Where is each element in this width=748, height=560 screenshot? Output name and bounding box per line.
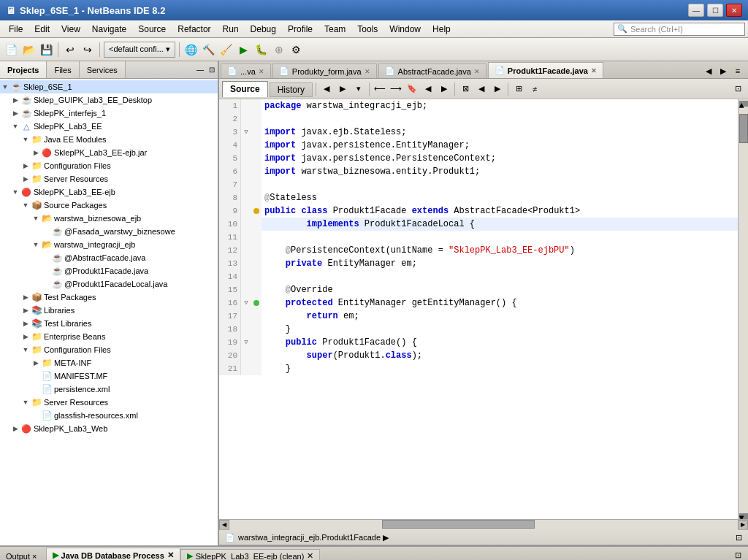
tree-item-glassfish[interactable]: 📄 glassfish-resources.xml (0, 409, 218, 422)
toggle-bookmarks-button[interactable]: 🔖 (405, 82, 419, 96)
line-code-17[interactable]: return em; (262, 310, 359, 323)
tab-services[interactable]: Services (80, 61, 126, 78)
tree-item-libraries[interactable]: ▶ 📚 Libraries (0, 304, 218, 317)
copy-button[interactable]: ⊞ (511, 82, 526, 96)
panel-minimize-button[interactable]: — (194, 64, 206, 76)
tree-toggle-warstwa_biz[interactable]: ▼ (31, 213, 41, 223)
line-code-6[interactable]: import warstwa_biznesowa.entity.Produkt1… (262, 165, 480, 178)
tree-item-warstwa_int[interactable]: ▼ 📂 warstwa_integracji_ejb (0, 238, 218, 251)
tree-toggle-ejbjar[interactable]: ▶ (31, 147, 41, 158)
toggle-breakpoints-button[interactable]: ⊠ (458, 82, 473, 96)
h-scroll-track[interactable] (229, 520, 738, 530)
line-code-5[interactable]: import javax.persistence.PersistenceCont… (262, 152, 496, 165)
tree-item-guipk[interactable]: ▶ ☕ Sklep_GUIPK_lab3_EE_Desktop (0, 93, 218, 107)
tab-projects[interactable]: Projects (0, 61, 47, 78)
tab-close[interactable]: ✕ (167, 551, 174, 560)
menu-edit[interactable]: Edit (28, 21, 56, 37)
tree-toggle-testpkg[interactable]: ▶ (20, 292, 31, 302)
tree-item-ejbjar[interactable]: ▶ 🔴 SklepPK_Lab3_EE-ejb.jar (0, 146, 218, 159)
line-code-3[interactable]: import javax.ejb.Stateless; (262, 126, 406, 139)
tree-toggle-sourcepkg[interactable]: ▼ (20, 200, 31, 210)
menu-navigate[interactable]: Navigate (86, 21, 132, 37)
tree-item-sklepk[interactable]: ▶ ☕ SklepPK_interfejs_1 (0, 107, 218, 120)
output-tab-ejb[interactable]: ▶ SklepPK_Lab3_EE-ejb (clean) ✕ (180, 549, 321, 560)
tree-item-serverres1[interactable]: ▶ 📁 Server Resources (0, 172, 218, 185)
run-project-button[interactable]: ▶ (236, 42, 252, 58)
tab-close-va[interactable]: ✕ (259, 68, 264, 75)
diff-button[interactable]: ≠ (527, 82, 542, 96)
tree-item-entbeans[interactable]: ▶ 📁 Enterprise Beans (0, 330, 218, 343)
menu-refactor[interactable]: Refactor (172, 21, 216, 37)
tree-item-testpkg[interactable]: ▶ 📦 Test Packages (0, 291, 218, 304)
tree-toggle-sklepweb[interactable]: ▶ (10, 423, 20, 434)
clean-build-button[interactable]: 🧹 (218, 42, 234, 58)
profile-project-button[interactable]: ⊕ (271, 42, 287, 58)
tab-left-scroll[interactable]: ◀ (701, 64, 716, 78)
project-tree[interactable]: ▼ ☕ Sklep_6SE_1 ▶ ☕ Sklep_GUIPK_lab3_EE_… (0, 79, 218, 545)
tree-item-persistence[interactable]: 📄 persistence.xml (0, 383, 218, 396)
tree-toggle-configfiles2[interactable]: ▼ (20, 345, 31, 355)
prev-bookmark-button[interactable]: ◀ (421, 82, 435, 96)
tab-close-produkt1[interactable]: ✕ (591, 67, 597, 74)
tree-toggle-warstwa_int[interactable]: ▼ (31, 239, 41, 250)
scroll-down-button[interactable]: ▼ (739, 513, 748, 519)
editor-tab-produkt1facade[interactable]: 📄 Produkt1Facade.java ✕ (488, 62, 603, 78)
tree-toggle-configfiles1[interactable]: ▶ (20, 161, 31, 171)
menu-profile[interactable]: Profile (282, 21, 318, 37)
build-button[interactable]: 🔨 (201, 42, 217, 58)
line-code-9[interactable]: public class Produkt1Facade extends Abst… (262, 204, 580, 218)
tree-toggle-javaee[interactable]: ▼ (20, 134, 31, 145)
tree-toggle-sklepejb[interactable]: ▼ (10, 187, 20, 197)
tree-item-warstwa_biz[interactable]: ▼ 📂 warstwa_biznesowa_ejb (0, 212, 218, 225)
prev-annotation-button[interactable]: ◀ (319, 82, 334, 96)
tree-item-testlibs[interactable]: ▶ 📚 Test Libraries (0, 317, 218, 330)
scroll-track[interactable] (739, 107, 748, 513)
tree-item-fasada[interactable]: ☕ @Fasada_warstwy_biznesowe (0, 225, 218, 238)
run-test-button[interactable]: ⚙ (289, 42, 305, 58)
editor-scrollbar[interactable]: ▲ ▼ (738, 99, 748, 519)
line-code-10[interactable]: implements Produkt1FacadeLocal { (262, 218, 475, 231)
next-bookmark-button[interactable]: ▶ (437, 82, 451, 96)
close-button[interactable]: ✕ (726, 4, 742, 17)
menu-team[interactable]: Team (318, 21, 351, 37)
tree-toggle-skleplab3[interactable]: ▼ (10, 121, 20, 131)
tree-item-sklep6se1[interactable]: ▼ ☕ Sklep_6SE_1 (0, 80, 218, 93)
scroll-thumb[interactable] (739, 114, 748, 143)
line-code-4[interactable]: import javax.persistence.EntityManager; (262, 139, 470, 152)
scroll-right-button[interactable]: ▶ (738, 520, 748, 530)
editor-tab-produktyform[interactable]: 📄 Produkty_form.java ✕ (272, 64, 377, 78)
tree-toggle-entbeans[interactable]: ▶ (20, 331, 31, 342)
menu-debug[interactable]: Debug (245, 21, 282, 37)
save-button[interactable]: 💾 (38, 42, 54, 58)
browser-button[interactable]: 🌐 (183, 42, 199, 58)
line-code-18[interactable]: } (262, 323, 291, 336)
panel-expand-button[interactable]: ⊡ (206, 64, 218, 76)
redo-button[interactable]: ↪ (80, 42, 96, 58)
line-code-1[interactable]: package warstwa_integracji_ejb; (262, 99, 427, 112)
line-code-8[interactable]: @Stateless (262, 191, 317, 204)
tree-item-javaee[interactable]: ▼ 📁 Java EE Modules (0, 133, 218, 146)
annotation-menu-button[interactable]: ▾ (351, 82, 366, 96)
next-breakpoint-button[interactable]: ▶ (490, 82, 505, 96)
new-file-button[interactable]: 📄 (3, 42, 19, 58)
h-scroll-thumb[interactable] (382, 520, 535, 529)
line-code-13[interactable]: private EntityManager em; (262, 257, 417, 270)
menu-source[interactable]: Source (132, 21, 172, 37)
tree-item-produkt1facade[interactable]: ☕ @Produkt1Facade.java (0, 264, 218, 277)
line-code-14[interactable] (262, 270, 270, 283)
menu-tools[interactable]: Tools (351, 21, 383, 37)
menu-view[interactable]: View (56, 21, 86, 37)
tree-toggle-sklepk[interactable]: ▶ (10, 108, 20, 118)
tab-close-produkty[interactable]: ✕ (365, 68, 370, 75)
back-button[interactable]: ⟵ (373, 82, 387, 96)
search-bar[interactable]: 🔍 Search (Ctrl+I) (614, 23, 745, 36)
forward-button[interactable]: ⟶ (389, 82, 403, 96)
prev-breakpoint-button[interactable]: ◀ (474, 82, 489, 96)
fold-indicator-3[interactable]: ▽ (241, 126, 251, 139)
line-code-21[interactable]: } (262, 362, 291, 375)
tab-right-scroll[interactable]: ▶ (716, 64, 730, 78)
tab-close[interactable]: ✕ (307, 551, 313, 560)
menu-window[interactable]: Window (383, 21, 427, 37)
output-tab-javadb[interactable]: ▶ Java DB Database Process ✕ (46, 548, 180, 560)
tree-toggle-libraries[interactable]: ▶ (20, 305, 31, 315)
